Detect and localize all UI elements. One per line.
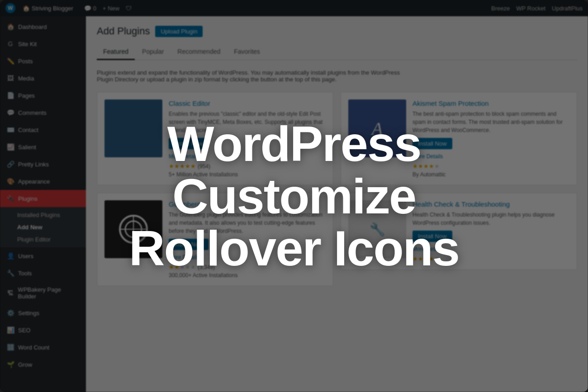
screen-frame: W 🏠 Striving Blogger 💬 0 + New 🛡 Breeze … bbox=[0, 0, 588, 392]
overlay-container: WordPress Customize Rollover Icons bbox=[0, 0, 588, 392]
overlay-title: WordPress Customize Rollover Icons bbox=[111, 118, 477, 274]
overlay-line1: WordPress bbox=[129, 118, 459, 170]
overlay-line3: Rollover Icons bbox=[129, 222, 459, 274]
overlay-line2: Customize bbox=[129, 170, 459, 222]
